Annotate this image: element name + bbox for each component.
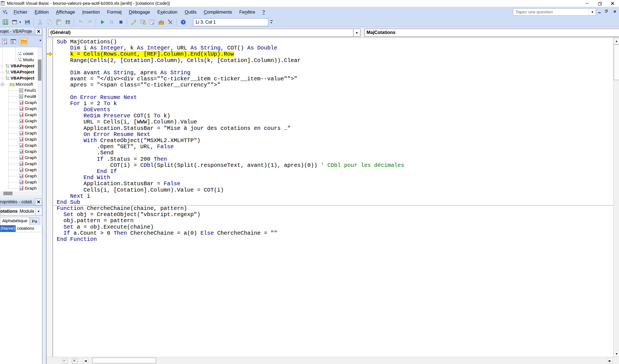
code-editor[interactable]: Sub MajCotations() Dim i As Integer, k A… — [46, 38, 619, 364]
menu-affichage[interactable]: Affichage — [52, 8, 79, 16]
tab-pa[interactable]: Pa — [30, 217, 40, 225]
scrollbar-thumb[interactable] — [3, 192, 13, 195]
view-excel-icon[interactable] — [1, 18, 9, 26]
menu-execution[interactable]: Exécution — [154, 8, 181, 16]
tree-item-graph[interactable]: Graph — [0, 118, 38, 124]
undo-icon[interactable] — [77, 18, 84, 26]
scroll-up-icon[interactable] — [613, 38, 619, 44]
toolbar-options-button[interactable] — [269, 18, 274, 26]
object-selector[interactable]: otations Module ▼ — [0, 207, 42, 216]
find-icon[interactable] — [64, 18, 72, 26]
panel-splitter[interactable] — [42, 28, 46, 364]
insert-userform-icon[interactable] — [11, 18, 18, 26]
tree-item-feuil1[interactable]: Feuil1 — [0, 87, 38, 93]
reset-icon[interactable] — [117, 18, 125, 26]
toolbox-icon[interactable] — [157, 18, 165, 26]
copy-icon[interactable] — [45, 18, 53, 26]
code-text: False — [157, 143, 174, 150]
run-icon[interactable] — [99, 18, 106, 26]
project-close-icon[interactable]: × — [35, 28, 42, 35]
tree-item-graph[interactable]: Graph — [0, 106, 38, 112]
tree-item-label: Graph — [25, 143, 37, 148]
full-module-view-button[interactable] — [72, 358, 77, 363]
project-explorer-icon[interactable] — [139, 18, 147, 26]
mdi-minimize-button[interactable] — [597, 9, 602, 14]
tree-item-graph[interactable]: Graph — [0, 142, 38, 148]
code-text: Then — [154, 156, 167, 162]
code-vertical-scrollbar[interactable] — [613, 38, 619, 357]
tree-item-cotati[interactable]: cotati — [0, 51, 38, 57]
tree-horizontal-scrollbar[interactable] — [0, 191, 38, 195]
toggle-folders-button[interactable] — [20, 38, 28, 45]
code-text: Integer — [147, 45, 170, 51]
question-input[interactable] — [513, 9, 589, 14]
scrollbar-thumb[interactable] — [614, 44, 619, 80]
tree-item-graph[interactable]: Graph — [0, 167, 38, 173]
tree-item-microsoft[interactable]: Microsoft — [0, 81, 38, 87]
menu-fichier[interactable]: Fichier — [10, 8, 31, 16]
tree-item-vbaproject[interactable]: VBAProject — [0, 75, 38, 81]
menu-format[interactable]: Format — [104, 8, 125, 16]
chevron-down-icon[interactable]: ▼ — [589, 9, 596, 15]
menu-outils[interactable]: Outils — [181, 8, 200, 16]
restore-button[interactable] — [593, 0, 606, 7]
tree-item-vbaproject[interactable]: VBAProject — [0, 63, 38, 69]
tree-item-graph[interactable]: Graph — [0, 148, 38, 155]
scrollbar-thumb[interactable] — [38, 60, 41, 81]
mdi-close-button[interactable]: × — [612, 9, 617, 14]
minimize-button[interactable] — [581, 0, 593, 7]
tree-item-graph[interactable]: Graph — [0, 100, 38, 106]
tree-item-graph[interactable]: Graph — [0, 173, 38, 179]
collapse-icon[interactable] — [1, 83, 4, 86]
property-value[interactable]: cotations — [16, 225, 42, 232]
tree-item-graph[interactable]: Graph — [0, 161, 38, 167]
object-browser-icon[interactable] — [166, 18, 174, 26]
tree-item-graph[interactable]: Graph — [0, 130, 38, 136]
menu-insertion[interactable]: Insertion — [79, 8, 104, 16]
tree-item-vbaproject[interactable]: VBAProject — [0, 69, 38, 75]
scroll-down-icon[interactable] — [613, 351, 619, 357]
tree-item-modu[interactable]: Modu — [0, 57, 38, 63]
menu-fenetre[interactable]: Fenêtre — [236, 8, 259, 16]
mdi-restore-button[interactable] — [605, 9, 610, 14]
menu-help[interactable]: ? — [259, 8, 269, 16]
help-icon[interactable]: ? — [179, 18, 187, 26]
tree-item-graph[interactable]: Graph — [0, 124, 38, 130]
property-key[interactable]: (Name) — [0, 225, 16, 232]
property-row[interactable]: (Name)cotations — [0, 225, 42, 232]
scrollbar-thumb[interactable] — [92, 358, 156, 363]
chevron-down-icon[interactable]: ▼ — [35, 208, 42, 215]
tree-item-graph[interactable]: Graph — [0, 155, 38, 161]
properties-grid: (Name)cotations — [0, 225, 42, 364]
close-button[interactable]: ✕ — [606, 0, 619, 7]
chevron-down-icon[interactable]: ▼ — [18, 18, 22, 26]
tree-item-graph[interactable]: Graph — [0, 185, 38, 191]
menu-debogage[interactable]: Débogage — [125, 8, 154, 16]
view-code-button[interactable] — [1, 38, 9, 45]
tree-item-feuil8[interactable]: Feuil8 — [0, 93, 38, 100]
properties-close-icon[interactable]: × — [35, 199, 42, 205]
chevron-down-icon[interactable]: ▼ — [353, 29, 360, 36]
properties-window-icon[interactable] — [148, 18, 156, 26]
scroll-right-icon[interactable] — [607, 358, 613, 363]
menu-complements[interactable]: Compléments — [200, 8, 236, 16]
tree-item-graph[interactable]: Graph — [0, 136, 38, 142]
procedure-dropdown[interactable]: MajCotations ▼ — [364, 29, 619, 37]
scroll-left-icon[interactable] — [83, 358, 88, 363]
tab-alphabetique[interactable]: Alphabétique — [0, 217, 30, 225]
project-toolbar-options-button[interactable] — [39, 39, 42, 42]
code-text: With — [83, 137, 97, 144]
tree-vertical-scrollbar[interactable] — [38, 47, 42, 195]
design-mode-icon[interactable] — [130, 18, 137, 26]
save-icon[interactable] — [23, 18, 31, 26]
object-dropdown[interactable]: (Général) ▼ — [48, 29, 360, 37]
cut-icon[interactable] — [36, 18, 44, 26]
tree-item-graph[interactable]: Graph — [0, 179, 38, 185]
paste-icon[interactable] — [55, 18, 62, 26]
break-icon[interactable] — [108, 18, 116, 26]
menu-edition[interactable]: Edition — [31, 8, 52, 16]
redo-icon[interactable] — [86, 18, 94, 26]
view-object-button[interactable] — [9, 38, 17, 45]
tree-item-graph[interactable]: Graph — [0, 112, 38, 118]
procedure-view-button[interactable] — [62, 358, 67, 363]
